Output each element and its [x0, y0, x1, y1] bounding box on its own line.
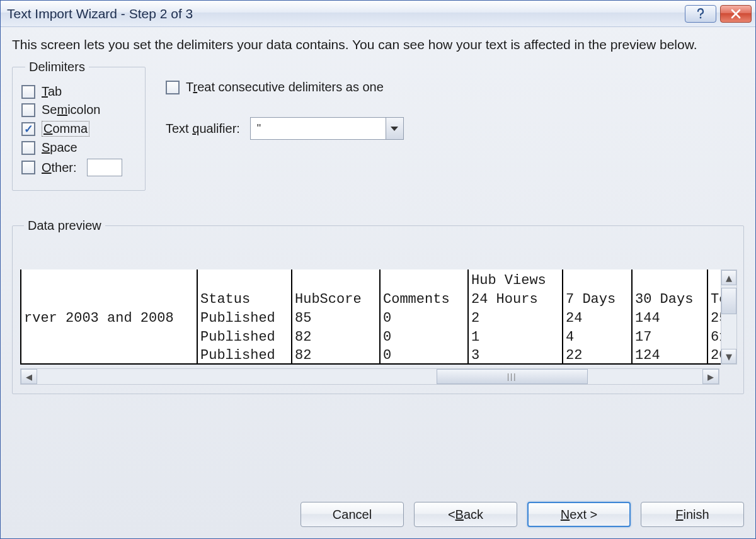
table-cell: 0 — [380, 326, 468, 345]
table-cell: Published — [197, 307, 292, 326]
scroll-left-icon: ◂ — [21, 369, 37, 384]
delimiter-label: Semicolon — [42, 103, 100, 117]
checkbox-icon — [21, 122, 35, 136]
checkbox-icon — [166, 81, 180, 94]
text-qualifier-dropdown[interactable]: " — [250, 117, 404, 140]
table-cell — [21, 345, 197, 364]
svg-point-0 — [700, 16, 702, 18]
table-cell — [21, 288, 197, 307]
table-cell: 82 — [292, 326, 380, 345]
table-cell: 4 — [563, 326, 632, 345]
treat-consecutive-checkbox[interactable]: Treat consecutive delimiters as one — [166, 80, 404, 94]
table-cell — [380, 270, 468, 288]
dropdown-value: " — [251, 122, 386, 135]
table-cell: 85 — [292, 307, 380, 326]
delimiter-semicolon[interactable]: Semicolon — [21, 103, 136, 117]
chevron-down-icon — [386, 118, 403, 139]
table-cell — [197, 270, 292, 288]
table-cell: Published — [197, 345, 292, 364]
table-cell: 17 — [632, 326, 707, 345]
preview-table: Hub ViewsStatusHubScoreComments24 Hours7… — [20, 270, 733, 365]
delimiters-legend: Delimiters — [25, 60, 89, 74]
wizard-buttons: Cancel < Back Next > Finish — [301, 502, 744, 527]
delimiter-label: Comma — [42, 121, 89, 137]
table-header-row: Hub Views — [21, 270, 733, 288]
table-row: Published820141761 — [21, 326, 733, 345]
table-cell: 2 — [468, 307, 563, 326]
table-cell: 124 — [632, 345, 707, 364]
table-cell: 22 — [563, 345, 632, 364]
titlebar-buttons — [685, 5, 752, 23]
checkbox-icon — [21, 103, 35, 117]
table-cell — [21, 270, 197, 288]
scroll-thumb: ||| — [437, 369, 588, 384]
text-qualifier-row: Text qualifier: " — [166, 117, 404, 140]
table-cell: Hub Views — [468, 270, 563, 288]
text-qualifier-label: Text qualifier: — [166, 122, 240, 136]
back-button[interactable]: < Back — [414, 502, 517, 527]
finish-button[interactable]: Finish — [641, 502, 744, 527]
table-cell: 7 Days — [563, 288, 632, 307]
table-cell: 0 — [380, 307, 468, 326]
delimiter-tab[interactable]: Tab — [21, 84, 136, 99]
delimiter-label: Space — [42, 140, 77, 155]
table-cell: Comments — [380, 288, 468, 307]
table-cell: Status — [197, 288, 292, 307]
close-button[interactable] — [720, 5, 752, 23]
delimiter-label: Other: — [42, 161, 77, 175]
scroll-up-icon: ▴ — [721, 270, 736, 285]
checkbox-icon — [21, 85, 35, 99]
other-delimiter-input[interactable] — [87, 159, 122, 176]
delimiter-space[interactable]: Space — [21, 140, 136, 155]
table-row: Published820322124201 — [21, 345, 733, 364]
table-cell — [563, 270, 632, 288]
data-preview: Hub ViewsStatusHubScoreComments24 Hours7… — [20, 270, 736, 365]
table-cell: rver 2003 and 2008 — [21, 307, 197, 326]
window-title: Text Import Wizard - Step 2 of 3 — [7, 6, 685, 21]
checkbox-icon — [21, 141, 35, 155]
wizard-window: Text Import Wizard - Step 2 of 3 This sc… — [0, 0, 756, 539]
table-cell: 3 — [468, 345, 563, 364]
treat-consecutive-label: Treat consecutive delimiters as one — [186, 80, 384, 94]
table-cell: 144 — [632, 307, 707, 326]
titlebar: Text Import Wizard - Step 2 of 3 — [1, 1, 755, 27]
help-icon — [695, 8, 706, 20]
table-cell — [292, 270, 380, 288]
table-cell: 24 — [563, 307, 632, 326]
table-cell: 82 — [292, 345, 380, 364]
table-cell: HubScore — [292, 288, 380, 307]
table-cell: 24 Hours — [468, 288, 563, 307]
table-header-row: StatusHubScoreComments24 Hours7 Days30 D… — [21, 288, 733, 307]
scroll-right-icon: ▸ — [702, 369, 719, 384]
close-icon — [730, 8, 742, 20]
next-button[interactable]: Next > — [527, 502, 631, 527]
table-cell — [632, 270, 707, 288]
table-row: rver 2003 and 2008Published850224144252 — [21, 307, 733, 326]
help-button[interactable] — [685, 5, 716, 23]
checkbox-icon — [21, 161, 35, 174]
delimiter-options: Treat consecutive delimiters as one Text… — [166, 60, 404, 140]
data-preview-legend: Data preview — [24, 218, 105, 233]
table-cell: 0 — [380, 345, 468, 364]
vertical-scrollbar[interactable]: ▴ ▾ — [721, 270, 737, 365]
scroll-down-icon: ▾ — [721, 349, 736, 364]
table-cell: Published — [197, 326, 292, 345]
delimiter-other[interactable]: Other: — [21, 159, 136, 176]
data-preview-group: Data preview Hub ViewsStatusHubScoreComm… — [12, 218, 744, 394]
delimiters-group: Delimiters Tab Semicolon Comma Space — [12, 60, 146, 191]
scroll-thumb — [721, 288, 736, 314]
intro-text: This screen lets you set the delimiters … — [12, 36, 744, 54]
table-cell: 30 Days — [632, 288, 707, 307]
delimiter-label: Tab — [42, 84, 62, 99]
cancel-button[interactable]: Cancel — [301, 502, 404, 527]
table-cell — [21, 326, 197, 345]
delimiter-comma[interactable]: Comma — [21, 121, 136, 137]
dialog-body: This screen lets you set the delimiters … — [1, 27, 755, 394]
horizontal-scrollbar[interactable]: ◂ ||| ▸ — [20, 368, 719, 385]
table-cell: 1 — [468, 326, 563, 345]
